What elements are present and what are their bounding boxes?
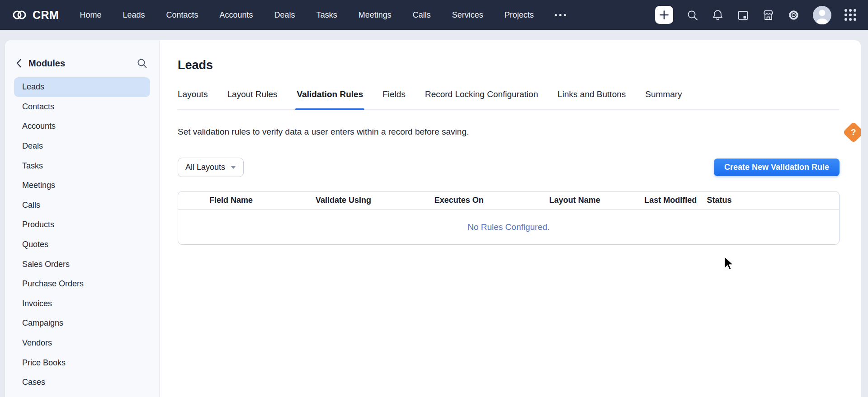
sidebar-module-item[interactable]: Calls <box>14 196 150 215</box>
sidebar-module-label: Price Books <box>22 358 66 368</box>
table-header-cell: Validate Using <box>284 196 403 205</box>
section-description: Set validation rules to verify data a us… <box>178 127 840 137</box>
table-header-cell: Status <box>707 196 732 205</box>
tab[interactable]: Links and Buttons <box>557 89 626 109</box>
controls-row: All Layouts Create New Validation Rule <box>178 158 840 177</box>
calendar-icon[interactable] <box>737 9 749 21</box>
nav-items: HomeLeadsContactsAccountsDealsTasksMeeti… <box>80 10 533 20</box>
marketplace-icon[interactable] <box>762 9 774 21</box>
table-header-row: Field NameValidate UsingExecutes OnLayou… <box>178 191 839 210</box>
table-header-cell: Field Name <box>178 196 284 205</box>
top-navbar: CRM HomeLeadsContactsAccountsDealsTasksM… <box>0 0 868 30</box>
sidebar-module-label: Sales Orders <box>22 260 70 269</box>
back-chevron-icon[interactable] <box>15 58 23 68</box>
sidebar-module-item[interactable]: Meetings <box>14 176 150 196</box>
create-icon[interactable] <box>655 6 673 24</box>
layout-filter-value: All Layouts <box>185 163 225 172</box>
chevron-down-icon <box>231 166 236 169</box>
settings-icon[interactable] <box>788 9 800 21</box>
sidebar-module-item[interactable]: Campaigns <box>14 313 150 333</box>
navbar-actions <box>655 6 856 24</box>
nav-item[interactable]: Contacts <box>166 10 198 20</box>
sidebar-module-item[interactable]: Accounts <box>14 117 150 136</box>
sidebar-module-item[interactable]: Tasks <box>14 156 150 176</box>
nav-item[interactable]: Services <box>452 10 483 20</box>
tab[interactable]: Layout Rules <box>227 89 278 109</box>
notifications-icon[interactable] <box>712 9 724 21</box>
nav-item[interactable]: Calls <box>413 10 431 20</box>
sidebar-module-item[interactable]: Price Books <box>14 353 150 373</box>
table-header-cell: Layout Name <box>515 196 634 205</box>
table-header-cell: Last Modified <box>634 196 707 205</box>
sidebar-module-item[interactable]: Quotes <box>14 235 150 255</box>
validation-rules-table: Field NameValidate UsingExecutes OnLayou… <box>178 191 840 245</box>
tab[interactable]: Record Locking Configuration <box>425 89 538 109</box>
sidebar-module-item[interactable]: Sales Orders <box>14 254 150 274</box>
sidebar-module-label: Tasks <box>22 161 43 171</box>
sidebar-module-label: Purchase Orders <box>22 279 84 289</box>
help-question-label: ? <box>851 127 856 137</box>
sidebar-module-label: Leads <box>22 82 44 92</box>
settings-card: Modules Leads Contacts Accounts Deals Ta… <box>5 40 861 397</box>
more-icon[interactable] <box>552 11 569 19</box>
nav-item[interactable]: Meetings <box>359 10 392 20</box>
nav-item[interactable]: Leads <box>123 10 145 20</box>
sidebar-module-item[interactable]: Cases <box>14 373 150 392</box>
table-header-cell: Executes On <box>403 196 515 205</box>
sidebar-module-item[interactable]: Products <box>14 215 150 235</box>
nav-item[interactable]: Tasks <box>316 10 337 20</box>
sidebar-module-label: Calls <box>22 201 40 210</box>
sidebar-module-label: Contacts <box>22 102 54 112</box>
sidebar-search-icon[interactable] <box>137 58 147 69</box>
sidebar-module-label: Accounts <box>22 121 56 131</box>
layout-filter-dropdown[interactable]: All Layouts <box>178 158 244 177</box>
sidebar-title: Modules <box>28 58 131 69</box>
modules-sidebar: Modules Leads Contacts Accounts Deals Ta… <box>5 40 160 397</box>
sidebar-module-label: Invoices <box>22 299 52 308</box>
sidebar-module-label: Meetings <box>22 181 55 190</box>
search-icon[interactable] <box>686 9 698 21</box>
nav-item[interactable]: Accounts <box>220 10 253 20</box>
settings-tabs: LayoutsLayout RulesValidation RulesField… <box>178 89 840 110</box>
tab[interactable]: Validation Rules <box>297 89 363 109</box>
sidebar-module-label: Campaigns <box>22 318 63 328</box>
tab[interactable]: Summary <box>645 89 682 109</box>
main-content: Leads LayoutsLayout RulesValidation Rule… <box>160 40 861 397</box>
nav-item[interactable]: Deals <box>274 10 295 20</box>
sidebar-module-item[interactable]: Invoices <box>14 294 150 314</box>
sidebar-module-label: Deals <box>22 141 43 151</box>
crm-logo-icon <box>12 9 27 21</box>
tab[interactable]: Fields <box>382 89 406 109</box>
create-validation-rule-button[interactable]: Create New Validation Rule <box>714 159 840 176</box>
brand-name: CRM <box>33 9 59 22</box>
page-title: Leads <box>178 58 840 72</box>
sidebar-module-item[interactable]: Purchase Orders <box>14 274 150 294</box>
sidebar-module-label: Products <box>22 220 54 229</box>
sidebar-module-item[interactable]: Contacts <box>14 97 150 117</box>
empty-state-message: No Rules Configured. <box>467 222 550 232</box>
nav-item[interactable]: Home <box>80 10 101 20</box>
table-body: No Rules Configured. <box>178 210 839 244</box>
sidebar-module-item[interactable]: Deals <box>14 136 150 156</box>
tab[interactable]: Layouts <box>178 89 208 109</box>
sidebar-module-label: Cases <box>22 378 45 387</box>
sidebar-module-label: Vendors <box>22 338 52 348</box>
sidebar-module-label: Quotes <box>22 240 48 249</box>
sidebar-module-item[interactable]: Solutions <box>14 392 150 397</box>
apps-grid-icon[interactable] <box>844 9 856 21</box>
crm-brand[interactable]: CRM <box>12 9 59 22</box>
sidebar-module-item[interactable]: Vendors <box>14 333 150 353</box>
modules-list: Leads Contacts Accounts Deals Tasks Meet… <box>5 77 159 397</box>
avatar[interactable] <box>813 6 831 24</box>
sidebar-module-item[interactable]: Leads <box>14 77 150 97</box>
nav-item[interactable]: Projects <box>505 10 534 20</box>
